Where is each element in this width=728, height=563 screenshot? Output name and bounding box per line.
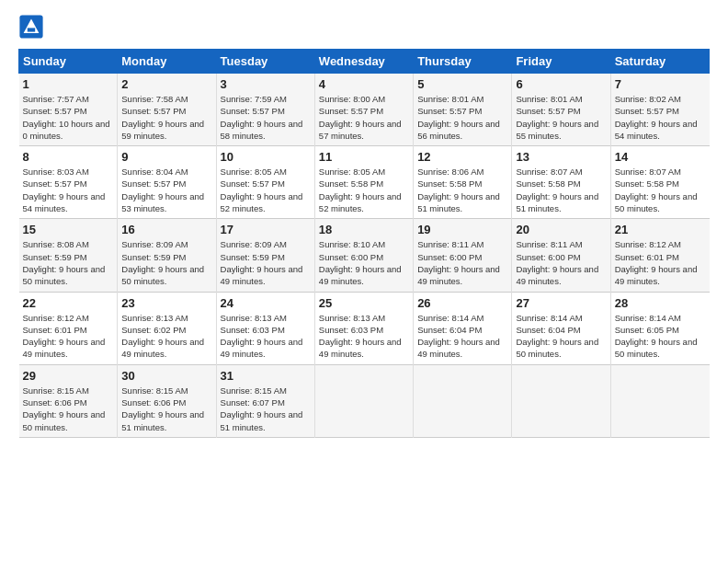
header-row: SundayMondayTuesdayWednesdayThursdayFrid… <box>19 50 710 74</box>
col-header-tuesday: Tuesday <box>216 50 314 74</box>
day-cell-31: 31 Sunrise: 8:15 AMSunset: 6:07 PMDaylig… <box>216 364 314 437</box>
svg-rect-2 <box>28 28 35 31</box>
day-number: 11 <box>319 150 409 164</box>
day-info: Sunrise: 8:03 AMSunset: 5:57 PMDaylight:… <box>23 167 106 213</box>
col-header-sunday: Sunday <box>19 50 118 74</box>
week-row-2: 8 Sunrise: 8:03 AMSunset: 5:57 PMDayligh… <box>19 146 710 219</box>
week-row-4: 22 Sunrise: 8:12 AMSunset: 6:01 PMDaylig… <box>19 292 710 364</box>
day-cell-18: 18 Sunrise: 8:10 AMSunset: 6:00 PMDaylig… <box>314 219 413 292</box>
day-number: 23 <box>121 296 211 310</box>
day-number: 7 <box>615 77 706 91</box>
day-number: 18 <box>319 223 409 236</box>
day-number: 21 <box>615 223 706 236</box>
day-number: 29 <box>23 369 114 383</box>
day-cell-9: 9 Sunrise: 8:04 AMSunset: 5:57 PMDayligh… <box>118 146 216 219</box>
col-header-saturday: Saturday <box>610 50 709 74</box>
day-number: 4 <box>319 77 409 91</box>
day-cell-20: 20 Sunrise: 8:11 AMSunset: 6:00 PMDaylig… <box>512 219 610 292</box>
day-number: 19 <box>417 223 507 236</box>
week-row-3: 15 Sunrise: 8:08 AMSunset: 5:59 PMDaylig… <box>19 219 710 292</box>
day-info: Sunrise: 8:12 AMSunset: 6:01 PMDaylight:… <box>615 239 698 286</box>
day-info: Sunrise: 8:15 AMSunset: 6:06 PMDaylight:… <box>23 385 106 432</box>
empty-cell <box>314 364 413 437</box>
day-number: 22 <box>23 296 114 310</box>
day-number: 28 <box>615 296 706 310</box>
day-cell-28: 28 Sunrise: 8:14 AMSunset: 6:05 PMDaylig… <box>610 292 709 364</box>
day-info: Sunrise: 7:58 AMSunset: 5:57 PMDaylight:… <box>121 94 204 141</box>
day-cell-7: 7 Sunrise: 8:02 AMSunset: 5:57 PMDayligh… <box>610 74 709 146</box>
day-number: 17 <box>221 223 311 236</box>
empty-cell <box>610 364 709 437</box>
week-row-5: 29 Sunrise: 8:15 AMSunset: 6:06 PMDaylig… <box>19 364 710 437</box>
day-cell-30: 30 Sunrise: 8:15 AMSunset: 6:06 PMDaylig… <box>118 364 216 437</box>
col-header-thursday: Thursday <box>414 50 512 74</box>
day-cell-11: 11 Sunrise: 8:05 AMSunset: 5:58 PMDaylig… <box>314 146 413 219</box>
day-info: Sunrise: 8:13 AMSunset: 6:03 PMDaylight:… <box>221 313 303 360</box>
day-info: Sunrise: 8:11 AMSunset: 6:00 PMDaylight:… <box>516 239 598 286</box>
day-info: Sunrise: 8:09 AMSunset: 5:59 PMDaylight:… <box>121 239 204 286</box>
day-info: Sunrise: 8:14 AMSunset: 6:04 PMDaylight:… <box>417 313 500 360</box>
day-info: Sunrise: 8:00 AMSunset: 5:57 PMDaylight:… <box>319 94 402 141</box>
week-row-1: 1 Sunrise: 7:57 AMSunset: 5:57 PMDayligh… <box>19 74 710 146</box>
day-number: 25 <box>319 296 409 310</box>
day-info: Sunrise: 8:02 AMSunset: 5:57 PMDaylight:… <box>615 94 698 141</box>
day-number: 8 <box>23 150 114 164</box>
day-number: 26 <box>417 296 507 310</box>
day-number: 12 <box>417 150 507 164</box>
day-cell-22: 22 Sunrise: 8:12 AMSunset: 6:01 PMDaylig… <box>19 292 118 364</box>
day-info: Sunrise: 8:13 AMSunset: 6:02 PMDaylight:… <box>121 313 204 360</box>
day-cell-8: 8 Sunrise: 8:03 AMSunset: 5:57 PMDayligh… <box>19 146 118 219</box>
col-header-wednesday: Wednesday <box>314 50 413 74</box>
day-cell-17: 17 Sunrise: 8:09 AMSunset: 5:59 PMDaylig… <box>216 219 314 292</box>
day-cell-13: 13 Sunrise: 8:07 AMSunset: 5:58 PMDaylig… <box>512 146 610 219</box>
day-info: Sunrise: 8:15 AMSunset: 6:07 PMDaylight:… <box>221 385 303 432</box>
day-cell-3: 3 Sunrise: 7:59 AMSunset: 5:57 PMDayligh… <box>216 74 314 146</box>
day-number: 10 <box>221 150 311 164</box>
day-number: 5 <box>417 77 507 91</box>
day-info: Sunrise: 8:12 AMSunset: 6:01 PMDaylight:… <box>23 313 106 360</box>
day-number: 31 <box>221 369 311 383</box>
day-info: Sunrise: 8:08 AMSunset: 5:59 PMDaylight:… <box>23 239 106 286</box>
col-header-monday: Monday <box>118 50 216 74</box>
day-info: Sunrise: 8:15 AMSunset: 6:06 PMDaylight:… <box>121 385 204 432</box>
day-number: 6 <box>516 77 606 91</box>
day-cell-27: 27 Sunrise: 8:14 AMSunset: 6:04 PMDaylig… <box>512 292 610 364</box>
day-info: Sunrise: 8:05 AMSunset: 5:57 PMDaylight:… <box>221 167 303 213</box>
day-cell-1: 1 Sunrise: 7:57 AMSunset: 5:57 PMDayligh… <box>19 74 118 146</box>
day-number: 30 <box>121 369 211 383</box>
day-number: 13 <box>516 150 606 164</box>
day-cell-19: 19 Sunrise: 8:11 AMSunset: 6:00 PMDaylig… <box>414 219 512 292</box>
day-cell-26: 26 Sunrise: 8:14 AMSunset: 6:04 PMDaylig… <box>414 292 512 364</box>
day-info: Sunrise: 8:01 AMSunset: 5:57 PMDaylight:… <box>516 94 598 141</box>
col-header-friday: Friday <box>512 50 610 74</box>
day-number: 27 <box>516 296 606 310</box>
day-number: 2 <box>121 77 211 91</box>
calendar-table: SundayMondayTuesdayWednesdayThursdayFrid… <box>18 49 710 438</box>
day-cell-6: 6 Sunrise: 8:01 AMSunset: 5:57 PMDayligh… <box>512 74 610 146</box>
day-number: 15 <box>23 223 114 236</box>
day-number: 16 <box>121 223 211 236</box>
day-info: Sunrise: 8:14 AMSunset: 6:04 PMDaylight:… <box>516 313 598 360</box>
day-cell-14: 14 Sunrise: 8:07 AMSunset: 5:58 PMDaylig… <box>610 146 709 219</box>
day-cell-10: 10 Sunrise: 8:05 AMSunset: 5:57 PMDaylig… <box>216 146 314 219</box>
day-cell-24: 24 Sunrise: 8:13 AMSunset: 6:03 PMDaylig… <box>216 292 314 364</box>
day-info: Sunrise: 8:13 AMSunset: 6:03 PMDaylight:… <box>319 313 402 360</box>
day-number: 14 <box>615 150 706 164</box>
day-info: Sunrise: 8:09 AMSunset: 5:59 PMDaylight:… <box>221 239 303 286</box>
day-number: 9 <box>121 150 211 164</box>
day-cell-5: 5 Sunrise: 8:01 AMSunset: 5:57 PMDayligh… <box>414 74 512 146</box>
day-info: Sunrise: 8:05 AMSunset: 5:58 PMDaylight:… <box>319 167 402 213</box>
day-info: Sunrise: 8:01 AMSunset: 5:57 PMDaylight:… <box>417 94 500 141</box>
day-info: Sunrise: 7:57 AMSunset: 5:57 PMDaylight:… <box>23 94 110 141</box>
day-info: Sunrise: 8:10 AMSunset: 6:00 PMDaylight:… <box>319 239 402 286</box>
day-cell-4: 4 Sunrise: 8:00 AMSunset: 5:57 PMDayligh… <box>314 74 413 146</box>
day-cell-29: 29 Sunrise: 8:15 AMSunset: 6:06 PMDaylig… <box>19 364 118 437</box>
day-info: Sunrise: 8:06 AMSunset: 5:58 PMDaylight:… <box>417 167 500 213</box>
day-number: 1 <box>23 77 114 91</box>
day-number: 24 <box>221 296 311 310</box>
day-cell-12: 12 Sunrise: 8:06 AMSunset: 5:58 PMDaylig… <box>414 146 512 219</box>
logo <box>18 14 48 40</box>
day-number: 20 <box>516 223 606 236</box>
day-info: Sunrise: 8:11 AMSunset: 6:00 PMDaylight:… <box>417 239 500 286</box>
day-cell-15: 15 Sunrise: 8:08 AMSunset: 5:59 PMDaylig… <box>19 219 118 292</box>
